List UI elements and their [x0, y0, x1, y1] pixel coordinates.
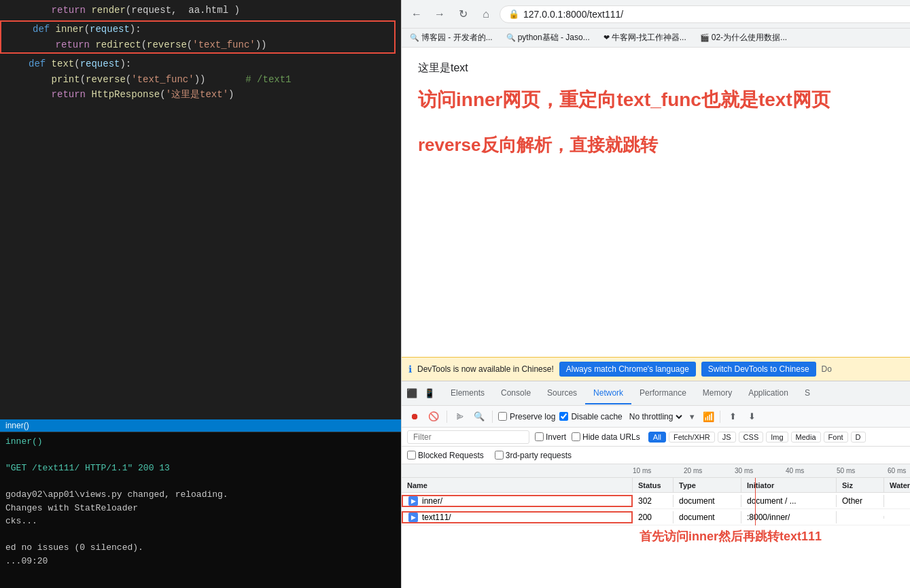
- device-toolbar-btn[interactable]: 📱: [422, 386, 437, 401]
- info-icon: ℹ: [408, 364, 412, 375]
- row-inner-icon: ▶: [408, 496, 418, 506]
- invert-label[interactable]: Invert: [535, 432, 566, 442]
- filter-btn-css[interactable]: CSS: [739, 432, 764, 443]
- bookmark-4[interactable]: 🎬 02-为什么使用数据...: [697, 31, 790, 45]
- terminal-line-get: "GET /text111/ HTTP/1.1" 200 13: [5, 462, 396, 475]
- terminal-line-4: [5, 528, 396, 542]
- bookmarks-bar: 🔍 博客园 - 开发者的... 🔍 python基础 - Jaso... ❤ 牛…: [402, 29, 910, 48]
- clear-btn[interactable]: 🚫: [426, 409, 441, 424]
- row-inner-size: Other: [837, 495, 884, 507]
- disable-cache-checkbox[interactable]: [559, 412, 568, 421]
- filter-btn-js[interactable]: JS: [718, 432, 736, 443]
- highlighted-block: def inner(request): return redirect(reve…: [0, 20, 396, 54]
- filter-btn-fetch[interactable]: Fetch/XHR: [669, 432, 715, 443]
- blocked-requests-label[interactable]: Blocked Requests: [407, 451, 484, 460]
- search-btn[interactable]: 🔍: [472, 409, 487, 424]
- hide-data-urls-label[interactable]: Hide data URLs: [572, 432, 640, 442]
- network-header-row: Name Status Type Initiator Siz Waterfall: [402, 478, 910, 493]
- code-line-return-http: return HttpResponse('这里是text'): [0, 87, 401, 102]
- disable-cache-text: Disable cache: [571, 412, 622, 421]
- filter-btn[interactable]: ⫸: [453, 409, 468, 424]
- record-btn[interactable]: ⏺: [407, 409, 422, 424]
- bookmark-icon-4: 🎬: [700, 33, 710, 42]
- always-match-btn[interactable]: Always match Chrome's language: [559, 362, 696, 377]
- third-party-checkbox[interactable]: [495, 451, 504, 460]
- code-editor-top: return render(request, aa.html ) def inn…: [0, 0, 401, 419]
- forward-button[interactable]: →: [430, 5, 449, 24]
- network-rows-container: ▶ inner/ 302 document document / ...: [402, 493, 910, 525]
- row-text111-icon: ▶: [408, 513, 418, 522]
- header-type: Type: [673, 478, 741, 492]
- filter-btn-all[interactable]: All: [648, 432, 666, 443]
- tab-application[interactable]: Application: [740, 383, 797, 404]
- bookmark-1[interactable]: 🔍 博客园 - 开发者的...: [407, 31, 495, 45]
- reload-button[interactable]: ↻: [453, 5, 472, 24]
- devtools-notify-extra: Do: [822, 364, 832, 374]
- throttle-select[interactable]: No throttling Fast 3G Slow 3G: [627, 411, 684, 422]
- tab-sources[interactable]: Sources: [539, 383, 585, 404]
- address-bar[interactable]: 🔒 127.0.0.1:8000/text111/: [500, 5, 910, 23]
- row-inner-initiator: document / ...: [741, 495, 837, 507]
- browser-toolbar: ← → ↻ ⌂ 🔒 127.0.0.1:8000/text111/: [402, 0, 910, 29]
- filter-btn-img[interactable]: Img: [766, 432, 788, 443]
- row-text111-initiator: :8000/inner/: [741, 511, 837, 523]
- bookmark-label-4: 02-为什么使用数据...: [712, 32, 787, 44]
- separator-1: [447, 411, 447, 423]
- preserve-log-text: Preserve log: [510, 412, 555, 421]
- tab-memory[interactable]: Memory: [695, 383, 740, 404]
- terminal-line-changes: Changes with StatReloader: [5, 502, 396, 515]
- code-line-return-redirect: return redirect(reverse('text_func')): [1, 37, 394, 52]
- bookmark-2[interactable]: 🔍 python基础 - Jaso...: [504, 31, 593, 45]
- bookmark-label-2: python基础 - Jaso...: [518, 32, 590, 44]
- filter-input[interactable]: [407, 430, 529, 444]
- third-party-requests-label[interactable]: 3rd-party requests: [495, 451, 572, 460]
- lock-icon: 🔒: [508, 9, 519, 19]
- back-button[interactable]: ←: [407, 5, 426, 24]
- inspector-icon-btn[interactable]: ⬛: [404, 386, 419, 401]
- main-area: return render(request, aa.html ) def inn…: [0, 0, 910, 588]
- home-button[interactable]: ⌂: [476, 5, 495, 24]
- page-text-red-large: 访问inner网页，重定向text_func也就是text网页: [418, 86, 910, 113]
- timeline-ticks-area: 10 ms 20 ms 30 ms 40 ms 50 ms 60 ms 70 m: [633, 464, 910, 477]
- separator-2: [492, 411, 493, 423]
- terminal-line-2: [5, 449, 396, 462]
- devtools-notify-bar: ℹ DevTools is now available in Chinese! …: [402, 357, 910, 381]
- row-text111-name-cell: ▶ text111/: [402, 511, 633, 523]
- url-text: 127.0.0.1:8000/text111/: [523, 9, 623, 20]
- browser-content: 这里是text 访问inner网页，重定向text_func也就是text网页 …: [402, 48, 910, 171]
- status-bar-text: inner(): [5, 421, 29, 430]
- row-inner-status: 302: [633, 495, 673, 507]
- download-btn[interactable]: ⬇: [745, 409, 760, 424]
- preserve-log-checkbox[interactable]: [498, 412, 507, 421]
- disable-cache-label[interactable]: Disable cache: [559, 412, 622, 421]
- terminal-line-time: ...09:20: [5, 555, 396, 568]
- editor-status-bar: inner(): [0, 419, 401, 432]
- throttle-arrow: ▼: [688, 413, 696, 421]
- tab-more[interactable]: S: [797, 383, 818, 404]
- switch-chinese-btn[interactable]: Switch DevTools to Chinese: [701, 362, 816, 377]
- blocked-requests-checkbox[interactable]: [407, 451, 416, 460]
- third-party-text: 3rd-party requests: [506, 451, 572, 460]
- invert-checkbox[interactable]: [535, 432, 544, 441]
- filter-btn-d[interactable]: D: [851, 432, 866, 443]
- tab-network[interactable]: Network: [585, 383, 631, 404]
- network-row-inner[interactable]: ▶ inner/ 302 document document / ...: [402, 493, 910, 509]
- network-table: Name Status Type Initiator Siz Waterfall: [402, 478, 910, 588]
- filter-type-buttons: All Fetch/XHR JS CSS Img Media Font D: [648, 432, 866, 443]
- terminal-line-cks: cks...: [5, 515, 396, 528]
- preserve-log-label[interactable]: Preserve log: [498, 412, 555, 421]
- bookmark-3[interactable]: ❤ 牛客网-找工作神器...: [601, 31, 689, 45]
- tab-elements[interactable]: Elements: [442, 383, 493, 404]
- code-panel: return render(request, aa.html ) def inn…: [0, 0, 401, 588]
- row-inner-name-cell: ▶ inner/: [402, 495, 633, 507]
- hide-data-urls-checkbox[interactable]: [572, 432, 580, 441]
- tab-performance[interactable]: Performance: [631, 383, 695, 404]
- code-line-def-inner: def inner(request):: [1, 22, 394, 37]
- filter-btn-media[interactable]: Media: [791, 432, 821, 443]
- terminal-line-reload: goday02\app01\views.py changed, reloadin…: [5, 488, 396, 502]
- tab-console[interactable]: Console: [493, 383, 539, 404]
- network-row-text111[interactable]: ▶ text111/ 200 document :8000/inner/: [402, 509, 910, 525]
- filter-btn-font[interactable]: Font: [824, 432, 848, 443]
- separator-3: [720, 411, 720, 423]
- upload-btn[interactable]: ⬆: [726, 409, 741, 424]
